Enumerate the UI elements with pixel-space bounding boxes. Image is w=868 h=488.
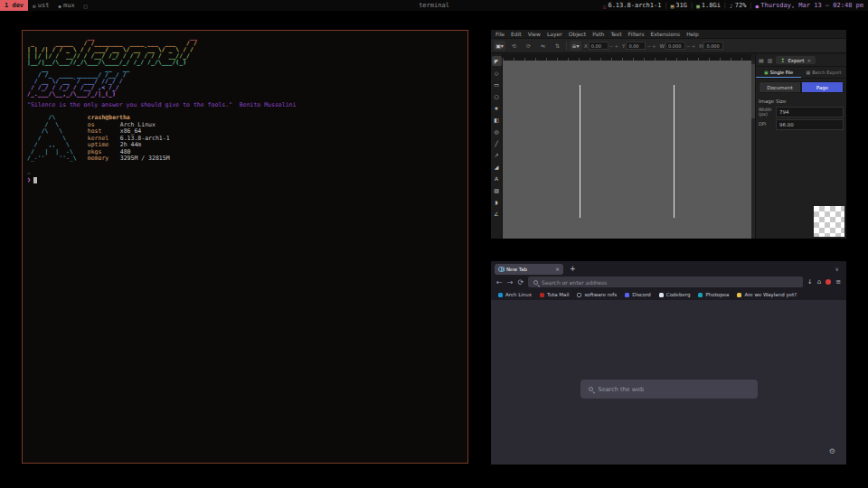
bookmark-photopea[interactable]: Photopea — [698, 292, 729, 297]
rotate-cw-button[interactable]: ⟳ — [523, 41, 534, 51]
batch-export-tab[interactable]: ▦ Batch Export — [801, 67, 846, 78]
layers-panel-icon[interactable]: ▥ — [768, 57, 773, 63]
export-dpi-input[interactable]: 96.00 — [776, 119, 844, 130]
measure-tool[interactable]: ∠ — [492, 209, 502, 219]
page-mode-button[interactable]: Page — [801, 81, 844, 93]
web-search-input[interactable]: Search the web — [580, 380, 758, 399]
rotate-ccw-button[interactable]: ⟲ — [508, 41, 520, 51]
canvas-area[interactable] — [503, 54, 755, 239]
dpi-row: DPI 96.00 — [756, 117, 846, 130]
fetch-key: memory — [88, 155, 120, 163]
h-input[interactable]: 0.000 — [703, 42, 723, 50]
pencil-tool[interactable]: ╱ — [492, 138, 502, 148]
document-canvas[interactable] — [503, 61, 751, 239]
align-dropdown-button[interactable]: ≡▾ — [570, 41, 581, 51]
memory-module: ▦ 1.8Gi — [696, 2, 721, 9]
volume-level: 72% — [735, 2, 747, 9]
forward-button[interactable]: → — [507, 278, 514, 286]
workspace-tag-empty[interactable]: □ — [80, 0, 92, 11]
tab-close-icon[interactable]: × — [555, 266, 560, 272]
url-bar[interactable]: Search or enter address — [528, 277, 803, 287]
fetch-row: memory 3295M / 32815M — [88, 155, 170, 163]
workspace-tag-mux[interactable]: ◆ mux — [53, 0, 79, 11]
clock-module: ● Thursday, Mar 13 — 02:48 pm — [756, 2, 863, 9]
workspace-tag-dev[interactable]: 1 dev — [0, 0, 28, 11]
stepper[interactable]: −+ — [609, 43, 619, 49]
menu-edit[interactable]: Edit — [511, 31, 522, 37]
gradient-tool[interactable]: ▨ — [492, 185, 502, 195]
selection-options-button[interactable]: ▣▾ — [494, 41, 505, 51]
page-border-right — [674, 85, 675, 218]
favicon — [737, 293, 741, 297]
bookmark-folder-software-refs[interactable]: software refs — [577, 292, 617, 297]
rectangle-tool[interactable]: ▭ — [492, 80, 502, 89]
downloads-button[interactable]: ↓ — [807, 278, 813, 286]
terminal-window[interactable]: __ __ _ _____ / /________ ____ ___ ___ /… — [22, 30, 468, 464]
y-input[interactable]: 0.00 — [626, 42, 646, 50]
star-tool[interactable]: ★ — [492, 103, 502, 113]
new-tab-button[interactable]: + — [570, 265, 576, 273]
export-icon: ↥ — [780, 57, 785, 63]
tab-list-chevron-icon[interactable]: ∨ — [835, 266, 839, 272]
browser-active-tab[interactable]: New Tab × — [495, 264, 563, 275]
dpi-label: DPI — [759, 122, 774, 127]
w-input[interactable]: 0.000 — [665, 42, 685, 50]
stepper[interactable]: −+ — [646, 43, 656, 49]
menu-button[interactable]: ≡ — [835, 278, 841, 286]
bookmark-label: Discord — [632, 292, 651, 297]
edit-panel-icon[interactable]: ▤ — [759, 57, 764, 63]
field-label: Y — [622, 43, 625, 49]
back-button[interactable]: ← — [496, 278, 503, 286]
bookmark-tuta-mail[interactable]: Tuta Mail — [540, 292, 569, 297]
menu-filters[interactable]: Filters — [628, 31, 645, 37]
stepper[interactable]: −+ — [686, 43, 696, 49]
flip-horizontal-button[interactable]: ⇋ — [537, 41, 549, 51]
menu-file[interactable]: File — [495, 31, 505, 37]
batch-export-icon: ▦ — [806, 70, 810, 75]
selector-tool[interactable]: ◤ — [492, 56, 502, 66]
spiral-tool[interactable]: ◎ — [492, 127, 502, 136]
personalize-gear-icon[interactable]: ⚙ — [829, 447, 835, 455]
text-tool[interactable]: A — [492, 174, 502, 183]
menu-help[interactable]: Help — [686, 31, 699, 37]
bookmark-discord[interactable]: Discord — [625, 292, 651, 297]
bookmark-label: Tuta Mail — [547, 292, 569, 297]
export-width-input[interactable]: 794 — [776, 107, 844, 117]
export-scope-toggle: Document Page — [756, 79, 846, 95]
menu-view[interactable]: View — [528, 31, 541, 37]
menu-layer[interactable]: Layer — [547, 31, 562, 37]
box3d-tool[interactable]: ◧ — [492, 115, 502, 125]
node-tool[interactable]: ◇ — [492, 68, 502, 78]
workspace-tag-ust[interactable]: ⚙ ust — [28, 0, 53, 11]
menu-text[interactable]: Text — [610, 31, 621, 37]
disk-module: ▤ 31G — [671, 2, 687, 9]
document-mode-button[interactable]: Document — [759, 81, 801, 93]
single-file-tab[interactable]: ▣ Single File — [756, 67, 801, 78]
gear-icon: ⚙ — [33, 3, 36, 9]
pen-tool[interactable]: ↗ — [492, 150, 502, 160]
menu-path[interactable]: Path — [592, 31, 604, 37]
export-tab[interactable]: ↥ Export × — [776, 56, 816, 64]
flip-vertical-button[interactable]: ⇅ — [552, 41, 563, 51]
extension-icon[interactable] — [826, 279, 831, 285]
dropper-tool[interactable]: ◗ — [492, 197, 502, 207]
bookmark-arch-linux[interactable]: Arch Linux — [498, 292, 532, 297]
width-label: Width (px) — [759, 108, 774, 117]
ellipse-tool[interactable]: ○ — [492, 91, 502, 101]
x-input[interactable]: 0.00 — [589, 42, 609, 50]
menu-object[interactable]: Object — [569, 31, 587, 37]
reload-button[interactable]: ⟳ — [517, 278, 524, 286]
toolbar-separator — [566, 42, 567, 51]
home-button[interactable]: ⌂ — [817, 278, 821, 286]
bookmark-are-we-wayland-yet[interactable]: Are we Wayland yet? — [737, 292, 797, 297]
close-icon[interactable]: × — [807, 58, 811, 63]
menu-extensions[interactable]: Extensions — [651, 31, 681, 37]
memory-icon: ▦ — [696, 3, 700, 9]
y-coordinate-field: Y 0.00 −+ — [622, 42, 657, 50]
inkscape-toolbox: ◤ ◇ ▭ ○ ★ ◧ ◎ ╱ ↗ ◢ A ▨ ◗ ∠ — [491, 54, 503, 239]
kernel-version: 6.13.8-arch1-1 — [608, 2, 661, 9]
calligraphy-tool[interactable]: ◢ — [492, 162, 502, 172]
bookmark-codeberg[interactable]: Codeberg — [659, 292, 691, 297]
prompt-line[interactable]: ❯ — [27, 177, 463, 183]
single-file-icon: ▣ — [764, 70, 769, 75]
